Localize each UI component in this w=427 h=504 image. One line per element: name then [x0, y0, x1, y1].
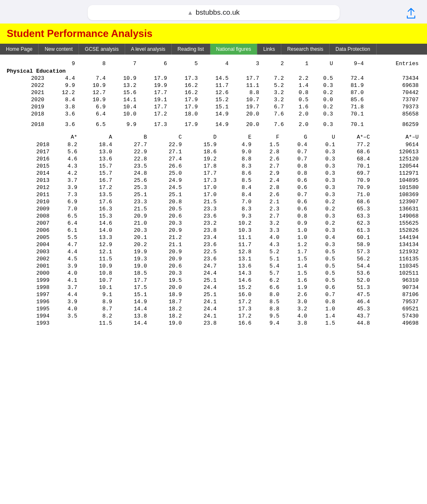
data-cell: 0.3 [309, 155, 337, 163]
nav-national-figures[interactable]: National figures [210, 44, 257, 55]
data-cell: 87106 [372, 291, 420, 298]
data-cell: 27.1 [149, 148, 183, 155]
data-cell: 17.0 [183, 184, 218, 191]
data-cell: 15.7 [79, 163, 114, 170]
data-cell: 155625 [372, 220, 420, 227]
data-cell: 0.3 [310, 82, 335, 89]
data-cell: 23.6 [183, 255, 218, 262]
data-cell: 19.2 [183, 155, 218, 163]
year-cell: 2023 [7, 75, 46, 82]
data-cell: 10.0 [107, 110, 138, 118]
data-cell: 6.5 [51, 213, 79, 220]
data-cell: 17.3 [169, 75, 199, 82]
table-row: 199311.514.419.023.816.69.43.81.544.8496… [7, 320, 420, 327]
data-cell: 7.0 [51, 205, 79, 213]
gcse-header-1: 9 [46, 58, 76, 68]
data-cell: 8.0 [253, 291, 281, 298]
nav-data-protection[interactable]: Data Protection [330, 44, 377, 55]
data-cell: 79537 [372, 298, 420, 305]
data-cell: 20.9 [149, 248, 183, 255]
data-cell: 2.7 [253, 213, 281, 220]
table-row: 20234.47.410.917.917.314.517.77.22.20.57… [7, 75, 420, 82]
data-cell: 24.1 [183, 312, 218, 320]
data-cell: 85.6 [335, 96, 365, 103]
data-cell: 0.5 [309, 262, 337, 270]
nav-links[interactable]: Links [257, 44, 281, 55]
data-cell: 16.3 [79, 205, 114, 213]
data-cell: 25.3 [114, 184, 149, 191]
share-button[interactable] [403, 6, 419, 21]
data-cell: 25.1 [183, 291, 218, 298]
data-cell: 5.4 [253, 262, 281, 270]
data-cell: 1.6 [286, 103, 310, 110]
alevel-header-9: U [309, 131, 337, 141]
data-cell: 9.4 [253, 320, 281, 327]
year-cell: 2005 [7, 234, 51, 241]
data-cell: 21.5 [183, 198, 218, 205]
nav-reading-list[interactable]: Reading list [172, 44, 210, 55]
data-cell: 52.0 [337, 277, 372, 284]
data-cell: 16.2 [169, 89, 199, 96]
data-cell: 3.0 [281, 298, 309, 305]
data-cell: 44.8 [337, 320, 372, 327]
data-cell: 6.9 [51, 198, 79, 205]
nav-gcse-analysis[interactable]: GCSE analysis [79, 44, 125, 55]
address-bar[interactable]: ▲ bstubbs.co.uk [88, 5, 340, 20]
data-cell: 51.3 [337, 284, 372, 291]
year-cell: 1995 [7, 305, 51, 312]
nav-home[interactable]: Home Page [0, 44, 39, 55]
alevel-header-6: E [218, 131, 253, 141]
warning-icon: ▲ [187, 9, 193, 16]
data-cell: 1.0 [281, 227, 309, 234]
data-cell: 0.7 [281, 191, 309, 198]
data-cell: 20.1 [114, 234, 149, 241]
nav-research-thesis[interactable]: Research thesis [281, 44, 330, 55]
url-text: bstubbs.co.uk [196, 8, 240, 17]
data-cell: 54.4 [337, 262, 372, 270]
nav-alevel-analysis[interactable]: A level analysis [125, 44, 172, 55]
data-cell: 149068 [372, 213, 420, 220]
data-cell: 6.5 [76, 121, 107, 128]
data-cell: 10.3 [218, 227, 253, 234]
data-cell: 144194 [372, 234, 420, 241]
data-cell: 68.6 [337, 198, 372, 205]
data-cell: 63.3 [337, 213, 372, 220]
table-row: 19943.58.213.818.224.117.29.54.01.443.75… [7, 312, 420, 320]
data-cell: 70.1 [337, 163, 372, 170]
data-cell: 17.0 [183, 191, 218, 198]
data-cell: 1.2 [281, 241, 309, 248]
data-cell: 1.0 [309, 305, 337, 312]
data-cell: 8.4 [46, 96, 76, 103]
alevel-header-3: B [114, 131, 149, 141]
data-cell: 3.8 [281, 320, 309, 327]
data-cell: 18.2 [149, 312, 183, 320]
gcse-header-4: 6 [138, 58, 169, 68]
data-cell: 27.4 [149, 155, 183, 163]
title-banner: Student Performance Analysis [0, 24, 427, 44]
data-cell: 13.6 [218, 262, 253, 270]
data-cell: 120613 [372, 148, 420, 155]
data-cell: 10.7 [79, 277, 114, 284]
data-cell: 17.2 [218, 312, 253, 320]
data-cell: 12.2 [46, 89, 76, 96]
gcse-header-0 [7, 58, 46, 68]
data-cell: 0.4 [281, 141, 309, 148]
data-cell: 20.8 [149, 198, 183, 205]
data-cell: 9.9 [46, 82, 76, 89]
data-cell: 0.0 [310, 96, 335, 103]
alevel-header-11: A*–U [372, 131, 420, 141]
data-cell: 60.1 [337, 234, 372, 241]
data-cell: 4.2 [51, 170, 79, 177]
data-cell: 24.4 [183, 284, 218, 291]
year-cell: 2006 [7, 227, 51, 234]
nav-new-content[interactable]: New content [39, 44, 79, 55]
gcse-header-2: 8 [76, 58, 107, 68]
data-cell: 12.6 [199, 89, 230, 96]
data-cell: 13.3 [79, 234, 114, 241]
table-row: 20097.016.321.520.523.38.32.30.60.265.31… [7, 205, 420, 213]
table-row: 20154.315.723.526.617.88.32.70.80.370.11… [7, 163, 420, 170]
page-title: Student Performance Analysis [7, 28, 420, 39]
data-cell: 25.1 [183, 277, 218, 284]
data-cell: 5.7 [253, 270, 281, 277]
data-cell: 5.2 [253, 248, 281, 255]
